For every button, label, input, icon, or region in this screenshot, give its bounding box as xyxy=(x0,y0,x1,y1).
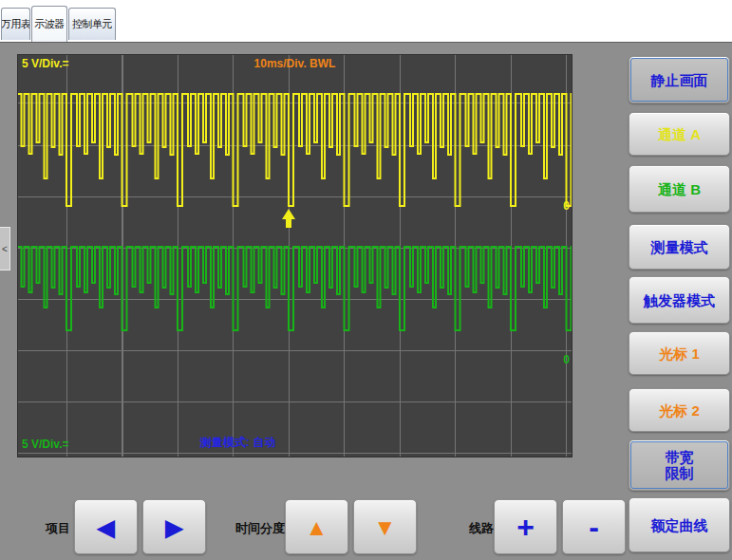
waveform-canvas xyxy=(18,55,572,457)
triangle-left-icon: ◀ xyxy=(97,519,114,535)
freeze-frame-button[interactable]: 静止画面 xyxy=(629,56,730,103)
tab-control-unit[interactable]: 控制单元 xyxy=(68,8,116,40)
chevron-left-icon: < xyxy=(2,244,8,254)
main-panel: 5 V/Div.= 10ms/Div. BWL 5 V/Div.= 测量模式: … xyxy=(0,42,732,560)
channel-a-zero-marker: 0 xyxy=(563,199,570,213)
cursor-2-button[interactable]: 光标 2 xyxy=(629,388,730,432)
channel-b-waveform xyxy=(18,247,572,330)
tab-multimeter[interactable]: 万用表 xyxy=(1,8,30,40)
minus-icon: - xyxy=(589,512,599,542)
item-group-label: 项目 xyxy=(46,520,70,537)
trigger-marker-icon xyxy=(282,209,295,228)
trigger-mode-button[interactable]: 触发器模式 xyxy=(629,276,730,324)
line-plus-button[interactable]: + xyxy=(494,499,557,554)
channel-a-button[interactable]: 通道 A xyxy=(629,112,730,156)
triangle-right-icon: ▶ xyxy=(165,519,182,535)
channel-b-button[interactable]: 通道 B xyxy=(629,165,730,213)
channel-a-waveform xyxy=(18,94,572,206)
item-prev-button[interactable]: ◀ xyxy=(74,499,138,554)
triangle-down-icon: ▼ xyxy=(374,519,397,535)
time-division-up-button[interactable]: ▲ xyxy=(285,499,348,554)
bandwidth-limit-line1: 带宽 xyxy=(666,449,694,465)
cursor-1-button[interactable]: 光标 1 xyxy=(629,331,730,375)
measure-mode-label: 测量模式: 自动 xyxy=(18,435,458,451)
channel-b-zero-marker: 0 xyxy=(563,353,570,366)
bandwidth-limit-line2: 限制 xyxy=(666,465,694,481)
line-group-label: 线路 xyxy=(469,520,494,537)
oscilloscope-screen: 5 V/Div.= 10ms/Div. BWL 5 V/Div.= 测量模式: … xyxy=(17,54,572,457)
time-division-down-button[interactable]: ▼ xyxy=(353,499,417,554)
line-minus-button[interactable]: - xyxy=(562,499,626,554)
bandwidth-limit-button[interactable]: 带宽 限制 xyxy=(629,439,730,491)
tab-oscilloscope[interactable]: 示波器 xyxy=(31,6,67,42)
rated-curve-button[interactable]: 额定曲线 xyxy=(629,497,730,552)
item-next-button[interactable]: ▶ xyxy=(142,499,206,554)
time-division-group-label: 时间分度 xyxy=(235,520,285,537)
timebase-label: 10ms/Div. BWL xyxy=(18,57,572,70)
sidebar-collapse-handle[interactable]: < xyxy=(0,227,10,271)
triangle-up-icon: ▲ xyxy=(306,519,328,535)
plus-icon: + xyxy=(516,512,535,542)
measure-mode-button[interactable]: 测量模式 xyxy=(629,224,730,270)
tab-bar: 万用表 示波器 控制单元 xyxy=(0,0,732,42)
